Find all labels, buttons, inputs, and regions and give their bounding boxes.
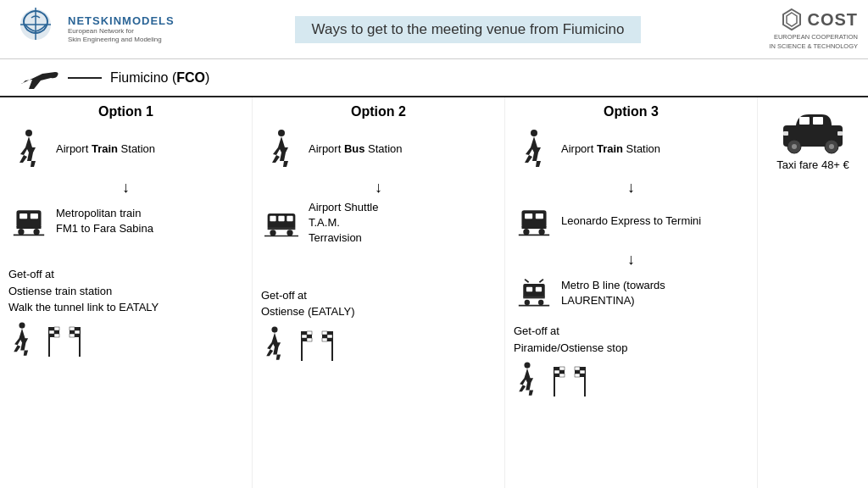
svg-rect-92 — [837, 131, 843, 136]
train-icon-1 — [8, 204, 49, 238]
option2-step1-text: Airport Bus Station — [309, 141, 403, 157]
svg-rect-15 — [49, 327, 54, 330]
taxi-label: Taxi fare 48+ € — [776, 158, 849, 171]
svg-rect-33 — [268, 228, 296, 230]
arrow-down-3b: ↓ — [514, 251, 748, 269]
option3-step3-text: Metro B line (towardsLAURENTINA) — [561, 278, 665, 308]
svg-rect-78 — [575, 367, 580, 370]
svg-rect-56 — [521, 225, 546, 229]
option3-footer-icons — [514, 361, 748, 398]
svg-rect-79 — [580, 367, 585, 370]
metro-icon-3 — [514, 276, 554, 310]
option3-footer-text: Get-off at Piramide/Ostiense stop — [514, 323, 748, 356]
option1-footer-icons — [8, 321, 243, 358]
option1-step1: Airport Train Station — [8, 128, 243, 170]
svg-rect-31 — [278, 216, 284, 221]
fiumicino-line: Fiumicino (FCO) — [0, 59, 868, 97]
walk-icon-bottom-1 — [8, 321, 36, 358]
svg-rect-71 — [554, 367, 559, 370]
logo-subtitle: European Network for Skin Engineering an… — [68, 27, 175, 45]
svg-rect-75 — [554, 374, 559, 377]
plane-icon — [17, 65, 59, 91]
svg-point-89 — [792, 144, 797, 149]
svg-rect-86 — [813, 117, 823, 125]
option3-column: Option 3 Airport Train Station ↓ — [505, 97, 758, 488]
svg-point-5 — [25, 130, 32, 136]
svg-point-35 — [287, 230, 292, 236]
svg-rect-46 — [322, 331, 327, 335]
svg-rect-43 — [302, 338, 307, 341]
option1-footer-text: Get-off at Ostiense train station Walk t… — [8, 266, 243, 316]
svg-rect-85 — [799, 117, 810, 125]
arrow-down-1a: ↓ — [8, 179, 243, 197]
option3-title: Option 3 — [514, 104, 748, 119]
svg-rect-23 — [75, 327, 80, 330]
svg-point-57 — [523, 229, 529, 235]
taxi-column: Taxi fare 48+ € — [758, 97, 868, 488]
svg-rect-16 — [54, 327, 59, 330]
svg-rect-53 — [521, 210, 546, 227]
cost-label: COST — [807, 10, 858, 30]
svg-point-64 — [525, 300, 530, 305]
option2-title: Option 2 — [261, 104, 496, 119]
svg-rect-51 — [327, 338, 332, 341]
option1-column: Option 1 Airport Train Station ↓ — [0, 97, 253, 488]
option2-footer-icons — [261, 325, 496, 363]
option3-step2: Leonardo Express to Termini — [514, 200, 748, 242]
spacer-1 — [8, 251, 243, 259]
svg-rect-41 — [302, 335, 307, 338]
svg-rect-73 — [554, 370, 559, 374]
netskin-logo-icon — [10, 6, 61, 53]
svg-marker-4 — [787, 13, 797, 26]
svg-rect-48 — [322, 335, 327, 338]
option1-title: Option 1 — [8, 104, 243, 119]
svg-point-13 — [19, 322, 25, 328]
svg-rect-80 — [575, 370, 580, 374]
svg-rect-81 — [580, 370, 585, 374]
svg-rect-63 — [523, 297, 544, 299]
flag-icon-3 — [549, 363, 590, 396]
spacer-2 — [261, 255, 496, 280]
svg-rect-24 — [70, 330, 75, 334]
option1-step2-text: Metropolitan trainFM1 to Fara Sabina — [56, 206, 153, 236]
option1-step1-text: Airport Train Station — [56, 141, 155, 157]
cost-logo: COST EUROPEAN COOPERATIONIN SCIENCE & TE… — [722, 8, 858, 51]
svg-point-37 — [271, 326, 277, 332]
svg-rect-6 — [16, 210, 41, 227]
svg-line-68 — [539, 280, 543, 283]
svg-rect-62 — [536, 287, 542, 291]
svg-line-67 — [525, 280, 529, 283]
cost-icon: COST — [780, 8, 858, 31]
svg-rect-25 — [75, 330, 80, 334]
svg-point-90 — [829, 144, 834, 149]
svg-rect-50 — [322, 338, 327, 341]
header-title-area: Ways to get to the meeting venue from Fi… — [214, 16, 722, 43]
arrow-down-2a: ↓ — [261, 179, 496, 197]
svg-point-10 — [18, 229, 24, 235]
option2-footer-text: Get-off at Ostiense (EATALY) — [261, 287, 496, 320]
logo-title: NETSKINMODELS — [68, 14, 175, 27]
header: NETSKINMODELS European Network for Skin … — [0, 0, 868, 59]
main-content: Option 1 Airport Train Station ↓ — [0, 97, 868, 488]
cost-hex-icon — [780, 8, 804, 31]
option1-step2: Metropolitan trainFM1 to Fara Sabina — [8, 200, 243, 242]
svg-rect-83 — [580, 374, 585, 377]
train-icon-3 — [514, 204, 554, 238]
svg-rect-7 — [19, 214, 27, 219]
walk-icon-3 — [514, 129, 554, 169]
underline-divider — [68, 77, 102, 79]
svg-rect-9 — [16, 225, 41, 229]
option2-step2-text: Airport ShuttleT.A.M.Terravision — [309, 200, 378, 247]
svg-point-58 — [538, 229, 544, 235]
svg-rect-20 — [54, 334, 59, 337]
svg-point-52 — [531, 130, 537, 136]
svg-rect-91 — [783, 131, 788, 136]
option2-step1: Airport Bus Station — [261, 128, 496, 170]
logo-area: NETSKINMODELS European Network for Skin … — [10, 6, 214, 53]
walk-icon-bottom-2 — [261, 325, 288, 363]
svg-rect-42 — [307, 335, 312, 338]
option2-step2: Airport ShuttleT.A.M.Terravision — [261, 200, 496, 247]
svg-point-28 — [278, 130, 285, 136]
option3-step1: Airport Train Station — [514, 128, 748, 170]
svg-rect-55 — [536, 214, 543, 219]
